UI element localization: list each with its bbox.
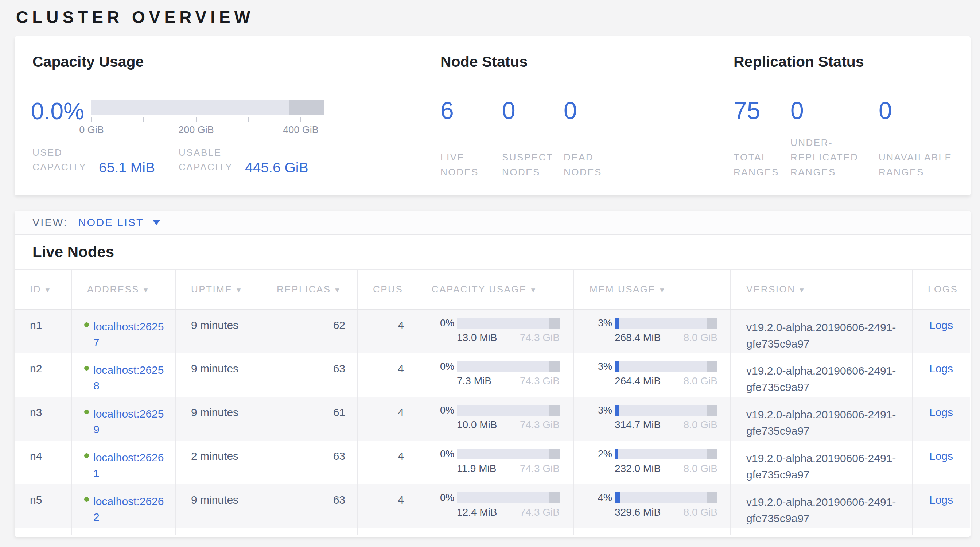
view-selector-dropdown[interactable]: NODE LIST bbox=[78, 216, 160, 229]
usage-bar-track bbox=[457, 405, 560, 416]
node-cpus: 4 bbox=[357, 440, 416, 484]
usage-bar-chart: 0%11.9 MiB74.3 GiB bbox=[416, 448, 573, 474]
usage-total-value: 8.0 GiB bbox=[684, 332, 718, 343]
node-address-cell: localhost:26258 bbox=[72, 353, 175, 397]
usage-total-value: 8.0 GiB bbox=[684, 419, 718, 431]
usable-capacity-label: USABLE CAPACITY bbox=[179, 145, 237, 175]
usage-bar-track bbox=[457, 448, 560, 460]
node-replicas: 63 bbox=[261, 440, 357, 484]
node-address-link[interactable]: localhost:26259 bbox=[93, 406, 165, 418]
usage-bar-reserved-segment bbox=[707, 448, 718, 460]
suspect-nodes-label: SUSPECT NODES bbox=[502, 150, 564, 180]
usage-bar-chart: 4%329.6 MiB8.0 GiB bbox=[574, 492, 730, 518]
node-status-heading: Node Status bbox=[441, 53, 528, 70]
partially-visible-row bbox=[14, 528, 970, 534]
node-address-link[interactable]: localhost:26261 bbox=[93, 450, 165, 462]
unavailable-ranges-stat: 0 UNAVAILABLE RANGES bbox=[879, 99, 970, 180]
column-header-mem-usage[interactable]: MEM USAGE▼ bbox=[574, 270, 730, 309]
unavailable-ranges-label: UNAVAILABLE RANGES bbox=[879, 150, 963, 180]
node-version-cell: v19.2.0-alpha.20190606-2491-gfe735c9a97 bbox=[730, 440, 912, 484]
usage-bar-chart: 0%13.0 MiB74.3 GiB bbox=[416, 318, 573, 343]
capacity-usage-heading: Capacity Usage bbox=[32, 53, 144, 70]
node-replicas: 63 bbox=[261, 484, 357, 528]
view-selected-option: NODE LIST bbox=[78, 216, 144, 229]
column-header-address[interactable]: ADDRESS▼ bbox=[72, 270, 175, 309]
node-version-cell: v19.2.0-alpha.20190606-2491-gfe735c9a97 bbox=[730, 353, 912, 397]
usage-used-value: 13.0 MiB bbox=[457, 332, 497, 343]
usage-percent: 4% bbox=[574, 492, 615, 503]
logs-link[interactable]: Logs bbox=[929, 450, 953, 462]
live-status-dot-icon bbox=[84, 497, 89, 502]
usage-bar-track bbox=[615, 405, 718, 416]
logs-link[interactable]: Logs bbox=[929, 363, 953, 375]
node-version-cell: v19.2.0-alpha.20190606-2491-gfe735c9a97 bbox=[730, 397, 912, 440]
usage-bar-reserved-segment bbox=[707, 361, 718, 372]
column-header-replicas[interactable]: REPLICAS▼ bbox=[261, 270, 357, 309]
node-mem-usage-cell: 3%264.4 MiB8.0 GiB bbox=[574, 353, 730, 397]
usage-bar-fill bbox=[615, 361, 619, 372]
logs-link[interactable]: Logs bbox=[929, 494, 953, 506]
logs-link[interactable]: Logs bbox=[929, 319, 953, 331]
node-id: n4 bbox=[14, 440, 72, 484]
usage-bar-track bbox=[457, 361, 560, 372]
node-logs-cell: Logs bbox=[912, 484, 970, 528]
usage-used-value: 268.4 MiB bbox=[615, 332, 660, 343]
node-address-link[interactable]: localhost:26258 bbox=[93, 363, 165, 375]
live-status-dot-icon bbox=[84, 322, 89, 327]
node-uptime: 2 minutes bbox=[175, 440, 261, 484]
usage-used-value: 12.4 MiB bbox=[457, 507, 497, 518]
column-header-capacity-usage[interactable]: CAPACITY USAGE▼ bbox=[416, 270, 574, 309]
node-address-link[interactable]: localhost:26262 bbox=[93, 494, 165, 506]
dead-nodes-label: DEAD NODES bbox=[564, 150, 611, 180]
page-title: CLUSTER OVERVIEW bbox=[16, 7, 254, 27]
usage-used-value: 314.7 MiB bbox=[615, 419, 660, 431]
usage-percent: 3% bbox=[574, 405, 615, 416]
column-header-uptime[interactable]: UPTIME▼ bbox=[175, 270, 261, 309]
usage-percent: 2% bbox=[574, 448, 615, 460]
logs-link[interactable]: Logs bbox=[929, 406, 953, 418]
usage-percent: 0% bbox=[416, 448, 457, 460]
node-cpus: 4 bbox=[357, 484, 416, 528]
axis-tick-label: 0 GiB bbox=[79, 124, 104, 136]
usage-bar-chart: 3%314.7 MiB8.0 GiB bbox=[574, 405, 730, 431]
capacity-gauge-ticks bbox=[91, 117, 324, 122]
used-capacity-label: USED CAPACITY bbox=[32, 145, 91, 175]
usage-bar-reserved-segment bbox=[707, 405, 718, 416]
usage-used-value: 11.9 MiB bbox=[457, 463, 496, 474]
axis-tick-label: 200 GiB bbox=[178, 124, 214, 136]
capacity-gauge-reserved-segment bbox=[289, 100, 324, 114]
axis-tick-label: 400 GiB bbox=[283, 124, 319, 136]
node-capacity-usage-cell: 0%13.0 MiB74.3 GiB bbox=[416, 309, 574, 353]
usage-bar-reserved-segment bbox=[549, 448, 560, 460]
node-address-cell: localhost:26261 bbox=[72, 440, 175, 484]
usage-percent: 0% bbox=[416, 318, 457, 329]
usage-bar-reserved-segment bbox=[707, 492, 718, 503]
usage-total-value: 8.0 GiB bbox=[684, 463, 718, 474]
usage-total-value: 74.3 GiB bbox=[520, 375, 560, 387]
usage-total-value: 74.3 GiB bbox=[520, 419, 560, 431]
column-header-cpus: CPUS bbox=[357, 270, 416, 309]
live-status-dot-icon bbox=[84, 366, 89, 370]
node-version-text: v19.2.0-alpha.20190606-2491-gfe735c9a97 bbox=[746, 321, 896, 350]
sort-descending-icon: ▼ bbox=[44, 286, 52, 294]
node-uptime: 9 minutes bbox=[175, 397, 261, 440]
node-address-text: localhost:26261 bbox=[93, 450, 165, 481]
usage-bar-reserved-segment bbox=[549, 318, 560, 329]
usage-bar-reserved-segment bbox=[707, 318, 718, 329]
view-label: VIEW: bbox=[32, 216, 68, 229]
node-address-link[interactable]: localhost:26257 bbox=[93, 319, 165, 331]
column-header-version[interactable]: VERSION▼ bbox=[730, 270, 912, 309]
node-logs-cell: Logs bbox=[912, 353, 970, 397]
node-address-text: localhost:26259 bbox=[93, 406, 165, 437]
dead-nodes-count: 0 bbox=[564, 99, 624, 122]
dead-nodes-stat: 0 DEAD NODES bbox=[564, 99, 624, 180]
node-version-cell: v19.2.0-alpha.20190606-2491-gfe735c9a97 bbox=[730, 309, 912, 353]
usage-bar-track bbox=[457, 492, 560, 503]
live-nodes-header: Live Nodes bbox=[14, 235, 970, 270]
node-uptime: 9 minutes bbox=[175, 353, 261, 397]
node-address-cell: localhost:26257 bbox=[72, 309, 175, 353]
node-address-cell: localhost:26259 bbox=[72, 397, 175, 440]
column-header-id[interactable]: ID▼ bbox=[14, 270, 72, 309]
node-capacity-usage-cell: 0%12.4 MiB74.3 GiB bbox=[416, 484, 574, 528]
usage-percent: 0% bbox=[416, 492, 457, 503]
